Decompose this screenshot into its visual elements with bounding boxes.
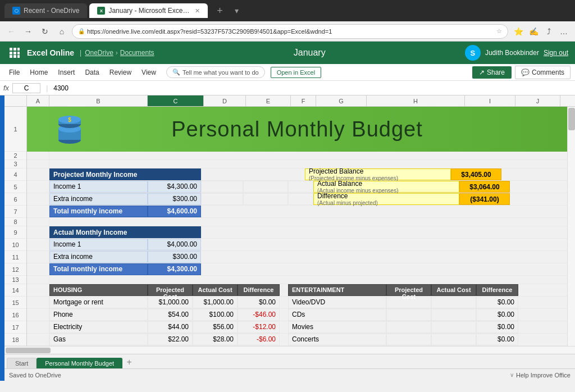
- row-header-15[interactable]: 15: [4, 297, 26, 309]
- housing-proj-header[interactable]: Projected Cost: [148, 284, 193, 296]
- breadcrumb-documents[interactable]: Documents: [120, 49, 154, 57]
- col-header-e[interactable]: E: [246, 95, 291, 106]
- ent-col-header[interactable]: ENTERTAINMENT: [288, 284, 386, 296]
- proj-total-label[interactable]: Total monthly income: [49, 206, 148, 217]
- housing-row-1-diff[interactable]: $0.00: [238, 297, 280, 308]
- difference-label-cell[interactable]: Difference (Actual minus projected): [313, 193, 459, 205]
- col-header-g[interactable]: G: [316, 95, 367, 106]
- tab-onedrive[interactable]: ⬡ Recent - OneDrive: [4, 3, 87, 18]
- housing-row-1-actual[interactable]: $1,000.00: [193, 297, 238, 308]
- scrollbar-thumb[interactable]: [568, 108, 575, 130]
- actual-total-label[interactable]: Total monthly income: [49, 263, 148, 275]
- ent-row-2-diff[interactable]: $0.00: [476, 309, 518, 321]
- menu-home[interactable]: Home: [25, 66, 52, 79]
- proj-extra-income-value[interactable]: $300.00: [148, 193, 201, 205]
- comments-button[interactable]: 💬 Comments: [515, 66, 571, 79]
- ent-proj-header[interactable]: Projected Cost: [386, 284, 431, 296]
- ent-row-2-label[interactable]: CDs: [288, 309, 386, 321]
- actual-income-1-value[interactable]: $4,000.00: [148, 239, 201, 250]
- vertical-scrollbar[interactable]: [567, 107, 575, 346]
- breadcrumb-onedrive[interactable]: OneDrive: [85, 49, 113, 57]
- proj-income-header[interactable]: Projected Monthly Income: [49, 168, 201, 180]
- share-button[interactable]: ↗ Share: [472, 66, 512, 79]
- bookmark-icon[interactable]: ☆: [496, 28, 502, 35]
- add-sheet-button[interactable]: +: [122, 356, 136, 368]
- proj-income-1-value[interactable]: $4,300.00: [148, 181, 201, 193]
- grid-content[interactable]: $ Personal Monthly Budget: [27, 107, 567, 346]
- address-bar[interactable]: 🔒 https://onedrive.live.com/edit.aspx?re…: [72, 24, 508, 39]
- actual-balance-label-cell[interactable]: Actual Balance (Actual income minus expe…: [313, 181, 459, 193]
- proj-total-value[interactable]: $4,600.00: [148, 206, 201, 217]
- ent-diff-header[interactable]: Difference: [476, 284, 518, 296]
- housing-diff-header[interactable]: Difference: [238, 284, 280, 296]
- actual-balance-value-cell[interactable]: $3,064.00: [459, 181, 510, 193]
- settings-button[interactable]: …: [557, 25, 571, 38]
- row-header-9[interactable]: 9: [4, 226, 26, 239]
- housing-actual-header[interactable]: Actual Cost: [193, 284, 238, 296]
- row-header-6[interactable]: 6: [4, 193, 26, 206]
- housing-row-4-label[interactable]: Gas: [49, 334, 148, 345]
- housing-row-3-diff[interactable]: -$12.00: [238, 321, 280, 333]
- row-header-16[interactable]: 16: [4, 309, 26, 321]
- back-button[interactable]: ←: [4, 25, 18, 38]
- tab-excel[interactable]: X January - Microsoft Exce… ✕: [89, 3, 208, 18]
- proj-extra-income-label[interactable]: Extra income: [49, 193, 148, 205]
- proj-income-1-label[interactable]: Income 1: [49, 181, 148, 193]
- row-header-14[interactable]: 14: [4, 284, 26, 297]
- row-header-12[interactable]: 12: [4, 263, 26, 276]
- housing-row-2-proj[interactable]: $54.00: [148, 309, 193, 321]
- actual-income-header[interactable]: Actual Monthly Income: [49, 226, 201, 238]
- menu-review[interactable]: Review: [105, 66, 136, 79]
- row-header-18[interactable]: 18: [4, 334, 26, 346]
- ent-row-3-proj[interactable]: [386, 321, 431, 333]
- ent-row-1-label[interactable]: Video/DVD: [288, 297, 386, 308]
- ent-row-4-proj[interactable]: [386, 334, 431, 345]
- ent-row-1-actual[interactable]: [431, 297, 476, 308]
- menu-data[interactable]: Data: [80, 66, 103, 79]
- row-header-2[interactable]: 2: [4, 152, 26, 160]
- row-header-1[interactable]: 1: [4, 107, 26, 152]
- col-header-c[interactable]: C: [148, 95, 204, 106]
- menu-insert[interactable]: Insert: [53, 66, 79, 79]
- housing-row-2-diff[interactable]: -$46.00: [238, 309, 280, 321]
- menu-view[interactable]: View: [137, 66, 161, 79]
- ent-row-3-actual[interactable]: [431, 321, 476, 333]
- row-header-4[interactable]: 4: [4, 168, 26, 181]
- ent-row-2-actual[interactable]: [431, 309, 476, 321]
- housing-row-1-proj[interactable]: $1,000.00: [148, 297, 193, 308]
- row-header-17[interactable]: 17: [4, 321, 26, 334]
- housing-row-4-actual[interactable]: $28.00: [193, 334, 238, 345]
- col-header-b[interactable]: B: [49, 95, 148, 106]
- housing-row-3-label[interactable]: Electricity: [49, 321, 148, 333]
- col-header-a[interactable]: A: [27, 95, 49, 106]
- housing-row-1-label[interactable]: Mortgage or rent: [49, 297, 148, 308]
- housing-row-3-proj[interactable]: $44.00: [148, 321, 193, 333]
- forward-button[interactable]: →: [21, 25, 35, 38]
- sheet-tab-budget[interactable]: Personal Monthly Budget: [36, 358, 122, 368]
- actual-total-value[interactable]: $4,300.00: [148, 263, 201, 275]
- new-tab-button[interactable]: +: [212, 3, 227, 18]
- housing-row-2-actual[interactable]: $100.00: [193, 309, 238, 321]
- row-header-7[interactable]: 7: [4, 206, 26, 218]
- actual-extra-income-value[interactable]: $300.00: [148, 251, 201, 263]
- home-button[interactable]: ⌂: [55, 25, 69, 38]
- ent-row-3-label[interactable]: Movies: [288, 321, 386, 333]
- row-header-5[interactable]: 5: [4, 181, 26, 193]
- difference-value-cell[interactable]: ($341.00): [459, 193, 510, 205]
- actual-income-1-label[interactable]: Income 1: [49, 239, 148, 250]
- open-in-excel-button[interactable]: Open in Excel: [271, 67, 321, 78]
- row-header-8[interactable]: 8: [4, 218, 26, 226]
- housing-row-4-diff[interactable]: -$6.00: [238, 334, 280, 345]
- h-scrollbar-thumb[interactable]: [6, 348, 51, 353]
- proj-balance-label-cell[interactable]: Projected Balance (Projected income minu…: [305, 168, 451, 180]
- waffle-menu[interactable]: [7, 45, 22, 61]
- col-header-i[interactable]: I: [465, 95, 515, 106]
- ent-row-3-diff[interactable]: $0.00: [476, 321, 518, 333]
- ent-row-1-proj[interactable]: [386, 297, 431, 308]
- ent-row-2-proj[interactable]: [386, 309, 431, 321]
- extensions-button[interactable]: ⭐: [512, 25, 525, 38]
- ent-row-4-diff[interactable]: $0.00: [476, 334, 518, 345]
- ent-row-4-actual[interactable]: [431, 334, 476, 345]
- actual-extra-income-label[interactable]: Extra income: [49, 251, 148, 263]
- row-header-10[interactable]: 10: [4, 239, 26, 251]
